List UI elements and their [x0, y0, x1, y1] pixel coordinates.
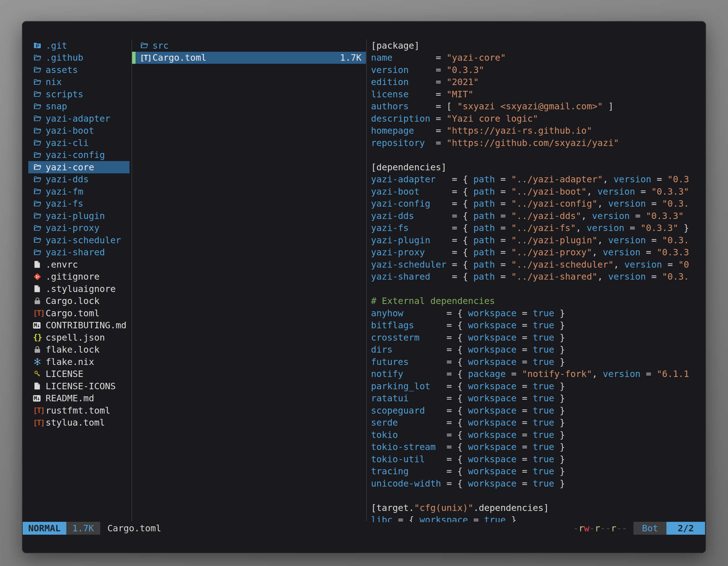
list-item[interactable]: .git: [28, 39, 130, 52]
preview-line: yazi-shared = { path = "../yazi-shared",…: [371, 271, 703, 283]
preview-line: homepage = "https://yazi-rs.github.io": [371, 125, 703, 137]
status-left: NORMAL 1.7K Cargo.toml: [23, 522, 161, 535]
folder-open-icon: [33, 125, 46, 137]
list-item[interactable]: yazi-boot: [28, 125, 130, 137]
list-item[interactable]: [T]Cargo.toml: [28, 307, 130, 319]
item-label: .styluaignore: [46, 283, 116, 294]
list-item[interactable]: M↓CONTRIBUTING.md: [28, 319, 130, 332]
item-label: Cargo.toml: [152, 52, 206, 63]
list-item[interactable]: .github: [28, 52, 130, 64]
toml-icon: [T]: [33, 307, 46, 319]
preview-line: [371, 283, 703, 295]
preview-line: yazi-dds = { path = "../yazi-dds", versi…: [371, 210, 703, 222]
counter-badge: 2/2: [666, 522, 705, 535]
preview-line: yazi-proxy = { path = "../yazi-proxy", v…: [371, 247, 703, 259]
preview-line: yazi-fs = { path = "../yazi-fs", version…: [371, 222, 703, 234]
preview-line: version = "0.3.3": [371, 64, 703, 76]
item-label: yazi-dds: [46, 174, 89, 185]
list-item[interactable]: .styluaignore: [28, 283, 130, 295]
list-item[interactable]: yazi-plugin: [28, 210, 130, 222]
preview-line: [package]: [371, 39, 703, 52]
preview-line: [371, 149, 703, 161]
toml-icon: [T]: [140, 52, 152, 64]
size-badge: 1.7K: [66, 522, 100, 535]
list-item[interactable]: yazi-proxy: [28, 222, 130, 234]
json-icon: {}: [33, 331, 46, 344]
key-icon: [33, 368, 46, 380]
preview-line: yazi-adapter = { path = "../yazi-adapter…: [371, 173, 703, 186]
list-item[interactable]: yazi-scheduler: [28, 234, 130, 247]
markdown-icon: M↓: [33, 392, 46, 405]
permissions-label: -rw-r--r--: [573, 523, 627, 534]
nix-icon: [33, 356, 46, 368]
list-item[interactable]: yazi-shared: [28, 247, 130, 259]
list-item[interactable]: {}cspell.json: [28, 331, 130, 344]
preview-line: # External dependencies: [371, 295, 703, 307]
list-item[interactable]: .envrc: [28, 259, 130, 271]
file-size: 1.7K: [340, 52, 366, 63]
file-icon: [33, 380, 46, 392]
list-item[interactable]: .gitignore: [28, 271, 130, 283]
list-item[interactable]: nix: [28, 76, 130, 88]
current-pane: src[T]Cargo.toml1.7K: [136, 39, 366, 64]
item-label: LICENSE-ICONS: [46, 381, 116, 391]
folder-open-icon: [33, 234, 46, 247]
folder-open-icon: [33, 100, 46, 113]
preview-line: name = "yazi-core": [371, 52, 703, 64]
list-item[interactable]: yazi-core: [28, 161, 130, 173]
list-item[interactable]: snap: [28, 100, 130, 113]
item-label: .github: [46, 52, 83, 63]
item-label: assets: [46, 65, 78, 75]
preview-line: unicode-width = { workspace = true }: [371, 477, 703, 490]
list-item[interactable]: yazi-fs: [28, 198, 130, 210]
preview-line: futures = { workspace = true }: [371, 356, 703, 368]
item-label: yazi-boot: [46, 125, 94, 136]
folder-open-icon: [33, 52, 46, 64]
list-item[interactable]: yazi-config: [28, 149, 130, 161]
preview-line: libc = { workspace = true }: [371, 514, 703, 522]
parent-pane: .git.githubassetsnixscriptssnapyazi-adap…: [28, 39, 130, 429]
item-label: rustfmt.toml: [46, 405, 110, 416]
item-label: src: [152, 40, 169, 51]
preview-line: [371, 490, 703, 502]
preview-pane[interactable]: [package]name = "yazi-core"version = "0.…: [371, 39, 703, 522]
list-item[interactable]: scripts: [28, 88, 130, 100]
list-item[interactable]: yazi-cli: [28, 137, 130, 149]
item-label: yazi-adapter: [46, 113, 110, 124]
list-item[interactable]: yazi-fm: [28, 186, 130, 198]
preview-line: [dependencies]: [371, 161, 703, 173]
folder-open-icon: [33, 137, 46, 149]
item-label: .envrc: [46, 259, 78, 270]
preview-line: yazi-plugin = { path = "../yazi-plugin",…: [371, 234, 703, 247]
filename-label: Cargo.toml: [107, 523, 161, 534]
preview-line: dirs = { workspace = true }: [371, 344, 703, 356]
list-item[interactable]: yazi-adapter: [28, 112, 130, 125]
item-label: flake.lock: [46, 344, 100, 355]
file-icon: [33, 259, 46, 271]
list-item[interactable]: M↓README.md: [28, 392, 130, 405]
list-item[interactable]: LICENSE-ICONS: [28, 380, 130, 392]
item-label: yazi-config: [46, 150, 105, 160]
item-label: .git: [46, 40, 67, 51]
status-bar: NORMAL 1.7K Cargo.toml -rw-r--r-- Bot 2/…: [22, 522, 706, 535]
mode-badge: NORMAL: [23, 522, 66, 535]
item-label: flake.nix: [46, 356, 94, 367]
list-item[interactable]: src: [136, 39, 366, 52]
preview-line: scopeguard = { workspace = true }: [371, 404, 703, 417]
list-item[interactable]: yazi-dds: [28, 173, 130, 186]
list-item[interactable]: [T]rustfmt.toml: [28, 404, 130, 417]
preview-line: notify = { package = "notify-fork", vers…: [371, 368, 703, 380]
list-item[interactable]: flake.nix: [28, 356, 130, 368]
item-label: .gitignore: [46, 271, 100, 282]
list-item[interactable]: flake.lock: [28, 344, 130, 356]
folder-open-icon: [33, 247, 46, 259]
list-item[interactable]: [T]Cargo.toml1.7K: [136, 52, 366, 64]
list-item[interactable]: LICENSE: [28, 368, 130, 380]
preview-line: license = "MIT": [371, 88, 703, 100]
preview-line: edition = "2021": [371, 76, 703, 88]
folder-open-icon: [33, 64, 46, 76]
list-item[interactable]: Cargo.lock: [28, 295, 130, 307]
list-item[interactable]: assets: [28, 64, 130, 76]
item-label: stylua.toml: [46, 417, 105, 428]
list-item[interactable]: [T]stylua.toml: [28, 417, 130, 429]
